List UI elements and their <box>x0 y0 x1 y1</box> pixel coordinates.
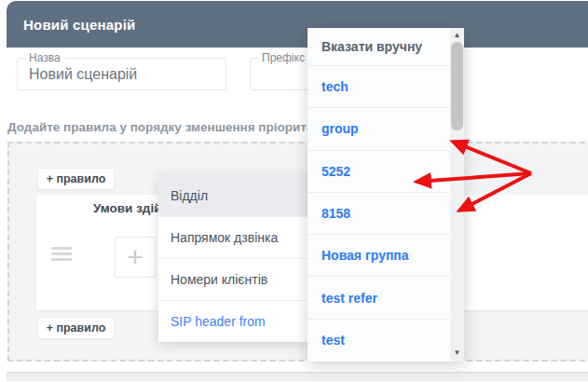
dropdown-item-5252[interactable]: 5252 <box>308 151 450 193</box>
dropdown-item-group[interactable]: group <box>308 108 450 150</box>
prefix-field-label: Префікс <box>258 51 308 64</box>
scrollbar-thumb[interactable] <box>451 42 463 130</box>
menu-item-department[interactable]: Відділ <box>158 174 310 216</box>
name-field[interactable]: Назва <box>17 51 226 90</box>
scroll-down-icon[interactable]: ▼ <box>450 347 464 360</box>
add-condition-button[interactable]: + <box>115 237 156 278</box>
add-rule-button-top[interactable]: + правило <box>37 168 115 190</box>
department-dropdown: Вказати вручну tech group 5252 8158 Нова… <box>308 28 464 362</box>
footer-bar <box>7 372 588 381</box>
dropdown-list: Вказати вручну tech group 5252 8158 Нова… <box>308 28 450 362</box>
dropdown-scrollbar[interactable]: ▲ ▼ <box>450 28 464 362</box>
menu-item-client-numbers[interactable]: Номери клієнтів <box>158 258 310 300</box>
dropdown-item-manual[interactable]: Вказати вручну <box>308 28 450 66</box>
dropdown-item-test-refer[interactable]: test refer <box>308 277 450 319</box>
dropdown-item-new-group[interactable]: Новая группа <box>308 235 450 277</box>
name-field-label: Назва <box>25 51 64 64</box>
add-rule-button-bottom[interactable]: + правило <box>37 317 115 339</box>
dropdown-item-tech[interactable]: tech <box>308 66 450 108</box>
dropdown-item-test[interactable]: test <box>308 320 450 362</box>
dropdown-item-8158[interactable]: 8158 <box>308 193 450 235</box>
name-input[interactable] <box>25 64 207 83</box>
rule-row-title: Умови здій <box>93 201 161 215</box>
menu-item-sip-header-from[interactable]: SIP header from <box>158 300 310 342</box>
drag-handle-icon[interactable] <box>51 244 72 264</box>
menu-item-call-direction[interactable]: Напрямок дзвінка <box>158 216 310 258</box>
page-title: Новий сценарій <box>23 17 136 33</box>
rule-type-menu: Відділ Напрямок дзвінка Номери клієнтів … <box>158 174 310 342</box>
scroll-up-icon[interactable]: ▲ <box>450 29 464 42</box>
window-header: Новий сценарій <box>7 1 588 48</box>
rules-instruction: Додайте правила у порядку зменшення пріо… <box>7 120 320 134</box>
